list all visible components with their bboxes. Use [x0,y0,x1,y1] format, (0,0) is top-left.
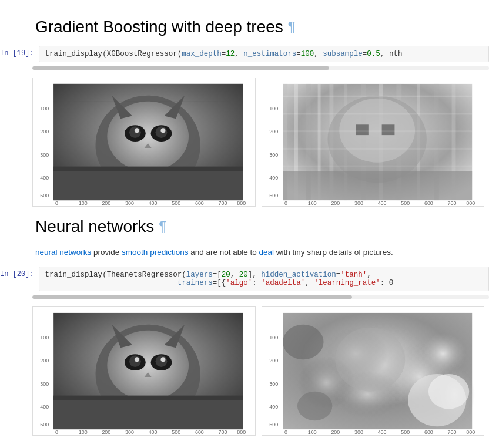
description-paragraph: neural networks provide smooth predictio… [0,242,489,263]
svg-text:100: 100 [269,335,278,341]
svg-text:200: 200 [269,358,278,363]
svg-point-119 [428,374,468,409]
svg-text:800: 800 [237,429,246,435]
svg-point-90 [156,355,168,367]
svg-text:700: 700 [219,200,227,206]
svg-text:300: 300 [269,381,278,387]
svg-text:500: 500 [40,422,49,427]
svg-text:200: 200 [40,358,49,363]
svg-text:800: 800 [466,429,475,435]
svg-text:400: 400 [377,200,386,206]
svg-text:600: 600 [424,200,433,206]
heading-neural-networks-text: Neural networks [35,217,154,236]
desc-text-2: and are not able to [190,248,259,257]
svg-rect-63 [283,96,472,97]
svg-point-91 [135,357,139,362]
desc-highlight-3: deal [259,248,274,257]
svg-text:0: 0 [284,200,287,206]
desc-text-1: provide [93,248,122,257]
svg-text:0: 0 [284,429,287,435]
svg-text:500: 500 [401,200,410,206]
svg-point-23 [156,126,168,138]
cell-label-20: In [20]: [0,267,39,278]
svg-point-121 [297,392,331,421]
svg-text:600: 600 [424,429,433,435]
svg-text:200: 200 [102,200,110,206]
svg-text:300: 300 [354,429,363,435]
svg-text:600: 600 [195,200,204,206]
code-block-19[interactable]: train_display(XGBoostRegressor(max_depth… [39,46,489,62]
svg-text:200: 200 [331,200,340,206]
svg-text:200: 200 [102,429,110,435]
svg-text:300: 300 [354,200,363,206]
svg-text:500: 500 [40,193,49,198]
plot-original-cat-1: 100 200 300 400 500 0 100 200 300 400 50… [32,78,256,207]
heading-gradient-boosting: Gradient Boosting with deep trees ¶ [0,12,489,42]
notebook: Gradient Boosting with deep trees ¶ In [… [0,0,489,448]
svg-text:300: 300 [125,429,134,435]
svg-text:500: 500 [172,200,180,206]
desc-text-3: with tiny sharp details of pictures. [276,248,393,257]
plot-svg-3: 100 200 300 400 500 0 100 200 300 400 50… [33,307,255,435]
svg-text:300: 300 [40,381,49,387]
svg-rect-95 [53,396,243,400]
plots-row-1: 100 200 300 400 500 0 100 200 300 400 50… [0,73,489,211]
svg-rect-28 [53,167,243,171]
svg-text:500: 500 [401,429,410,435]
svg-text:200: 200 [269,129,278,134]
svg-text:100: 100 [79,200,88,206]
svg-rect-61 [381,124,394,135]
plot-svg-2: 100 200 300 400 500 0 100 200 300 400 50… [262,78,484,206]
svg-rect-62 [283,171,472,201]
svg-text:400: 400 [377,429,386,435]
svg-text:700: 700 [447,200,456,206]
svg-text:700: 700 [219,429,227,435]
svg-text:200: 200 [331,429,340,435]
svg-text:400: 400 [149,429,158,435]
scrollbar-20[interactable] [32,295,489,299]
svg-text:400: 400 [269,405,278,410]
svg-text:100: 100 [307,429,316,435]
svg-point-89 [129,355,141,367]
plot-nn-reconstruction: 100 200 300 400 500 0 100 200 300 400 50… [262,306,485,436]
svg-point-25 [160,128,165,133]
heading-gradient-boosting-text: Gradient Boosting with deep trees [35,18,283,36]
heading-neural-networks: Neural networks ¶ [0,211,489,242]
svg-text:400: 400 [149,200,158,206]
svg-rect-94 [53,398,243,430]
svg-rect-67 [283,166,472,167]
svg-text:0: 0 [55,429,58,435]
svg-text:300: 300 [269,152,278,158]
svg-text:100: 100 [40,335,49,341]
desc-highlight-2: smooth predictions [122,248,188,257]
svg-point-22 [129,126,141,138]
svg-rect-27 [53,169,243,201]
pilcrow-icon-1[interactable]: ¶ [288,19,296,35]
cell-label-19: In [19]: [0,46,39,58]
svg-rect-64 [283,113,472,114]
svg-rect-65 [283,130,472,132]
svg-point-122 [335,328,405,392]
plot-svg-4: 100 200 300 400 500 0 100 200 300 400 50… [262,307,484,435]
plot-svg-1: 100 200 300 400 500 0 100 200 300 400 50… [33,78,255,206]
svg-text:100: 100 [79,429,88,435]
svg-text:300: 300 [125,200,134,206]
svg-text:500: 500 [269,422,278,427]
svg-point-92 [160,357,165,362]
pilcrow-icon-2[interactable]: ¶ [159,218,166,235]
svg-text:800: 800 [237,200,246,206]
svg-point-120 [283,325,323,359]
svg-text:500: 500 [172,429,180,435]
code-param-maxdepth: max_depth [182,50,222,58]
svg-text:700: 700 [447,429,456,435]
svg-rect-60 [356,124,369,135]
code-block-20[interactable]: train_display(TheanetsRegressor(layers=[… [39,267,489,291]
svg-text:400: 400 [40,175,49,181]
scrollbar-19[interactable] [32,66,489,70]
svg-text:0: 0 [55,200,58,206]
svg-text:100: 100 [269,106,278,112]
plots-row-2: 100 200 300 400 500 0 100 200 300 400 50… [0,302,489,440]
svg-text:500: 500 [269,193,278,198]
code-cell-19: In [19]: train_display(XGBoostRegressor(… [0,46,489,62]
svg-text:400: 400 [40,405,49,410]
